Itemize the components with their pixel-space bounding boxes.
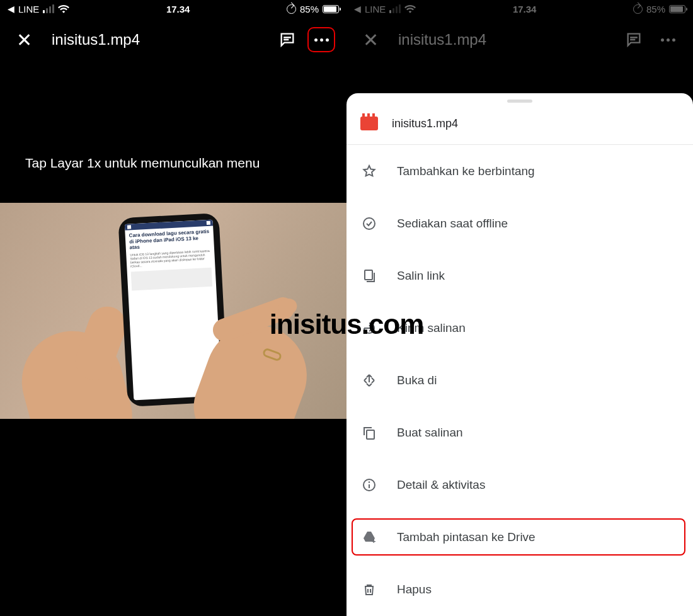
file-title: inisitus1.mp4 (52, 31, 277, 48)
menu-item-copy-link[interactable]: Salin link (346, 249, 693, 302)
file-title: inisitus1.mp4 (398, 31, 624, 48)
duplicate-icon (360, 425, 378, 440)
sheet-filename: inisitus1.mp4 (392, 117, 458, 130)
cell-signal-icon (389, 4, 401, 13)
instruction-text: Tap Layar 1x untuk memunculkan menu (0, 154, 346, 172)
sheet-menu: Tambahkan ke berbintangSediakan saat off… (346, 145, 693, 616)
status-bar: ◀ LINE 17.34 85% (346, 0, 693, 18)
drive-shortcut-icon (360, 530, 378, 545)
more-icon (661, 38, 675, 42)
star-icon (360, 164, 378, 179)
menu-item-starred[interactable]: Tambahkan ke berbintang (346, 145, 693, 197)
open-in-icon (360, 373, 378, 388)
status-time: 17.34 (513, 4, 537, 14)
battery-pct: 85% (646, 4, 665, 14)
close-icon: ✕ (16, 29, 32, 51)
rotation-lock-icon (287, 4, 296, 14)
menu-item-label: Detail & aktivitas (397, 478, 485, 492)
menu-item-label: Buat salinan (397, 426, 463, 440)
more-button-highlighted[interactable] (307, 27, 335, 52)
comment-icon (278, 31, 296, 48)
menu-item-label: Sediakan saat offline (397, 217, 508, 231)
rotation-lock-icon (633, 4, 643, 14)
comments-button[interactable] (624, 30, 644, 50)
app-header: ✕ inisitus1.mp4 (0, 18, 346, 62)
menu-item-label: Hapus (397, 583, 432, 596)
watermark: inisitus.com (270, 309, 424, 340)
battery-pct: 85% (300, 4, 319, 14)
menu-item-label: Tambahkan ke berbintang (397, 164, 535, 178)
back-app-label[interactable]: LINE (365, 4, 386, 14)
battery-icon (323, 5, 339, 13)
video-file-icon (360, 117, 378, 130)
article-heading: Cara download lagu secara gratis di iPho… (129, 229, 210, 251)
close-button[interactable]: ✕ (360, 30, 381, 50)
battery-icon (669, 5, 685, 13)
back-app-label[interactable]: LINE (18, 4, 39, 14)
wifi-icon (404, 4, 416, 13)
app-header-dimmed: ✕ inisitus1.mp4 (346, 18, 693, 62)
info-icon (360, 477, 378, 493)
wifi-icon (58, 4, 69, 13)
menu-item-label: Tambah pintasan ke Drive (397, 530, 536, 544)
menu-item-details[interactable]: Detail & aktivitas (346, 459, 693, 511)
comments-button[interactable] (277, 30, 297, 50)
menu-item-make-copy[interactable]: Buat salinan (346, 406, 693, 459)
sheet-file-header: inisitus1.mp4 (346, 106, 693, 144)
right-screen: ◀ LINE 17.34 85% ✕ inisitus1.mp4 (346, 0, 693, 616)
trash-icon (360, 582, 378, 597)
close-button[interactable]: ✕ (14, 30, 34, 50)
sheet-handle[interactable] (507, 100, 532, 103)
menu-item-add-drive-shortcut[interactable]: Tambah pintasan ke Drive (346, 511, 693, 563)
status-time: 17.34 (166, 4, 190, 14)
cell-signal-icon (43, 4, 54, 13)
menu-item-offline[interactable]: Sediakan saat offline (346, 197, 693, 249)
status-bar: ◀ LINE 17.34 85% (0, 0, 346, 18)
menu-item-open-in[interactable]: Buka di (346, 354, 693, 406)
copy-link-icon (360, 268, 378, 283)
left-screen: ◀ LINE 17.34 85% ✕ inisitus1.mp4 Tap Lay… (0, 0, 346, 616)
menu-item-label: Salin link (397, 269, 445, 283)
back-app-arrow[interactable]: ◀ (8, 4, 14, 14)
menu-item-delete[interactable]: Hapus (346, 563, 693, 615)
offline-icon (360, 216, 378, 231)
close-icon: ✕ (363, 29, 379, 51)
back-app-arrow[interactable]: ◀ (354, 4, 361, 14)
more-button[interactable] (654, 27, 682, 52)
menu-item-label: Buka di (397, 374, 437, 387)
more-icon (314, 38, 329, 42)
action-sheet: inisitus1.mp4 Tambahkan ke berbintangSed… (346, 93, 693, 616)
comment-icon (625, 31, 643, 48)
